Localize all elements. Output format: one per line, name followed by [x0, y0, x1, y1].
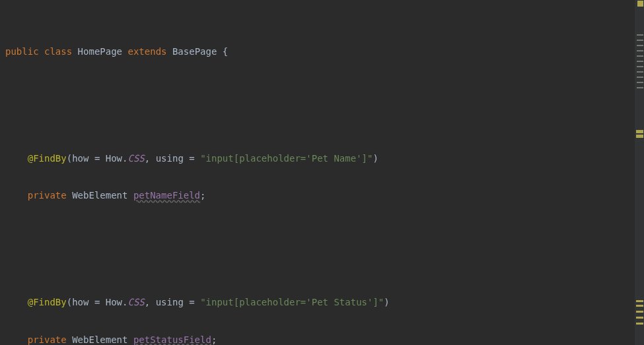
change-mark[interactable] — [637, 71, 643, 73]
warning-mark[interactable] — [636, 317, 643, 319]
change-mark[interactable] — [637, 61, 643, 62]
keyword-extends: extends — [127, 46, 166, 57]
warning-mark[interactable] — [636, 130, 643, 133]
warning-mark[interactable] — [636, 305, 643, 307]
field-petStatusField: petStatusField — [133, 334, 211, 345]
keyword-public: public — [5, 46, 39, 57]
change-mark[interactable] — [637, 34, 643, 36]
error-stripe[interactable] — [635, 0, 644, 345]
change-mark[interactable] — [637, 82, 643, 83]
warning-mark[interactable] — [636, 311, 643, 313]
analysis-indicator-icon[interactable] — [637, 1, 643, 7]
code-editor[interactable]: public class HomePage extends BasePage {… — [0, 0, 644, 345]
keyword-class: class — [44, 46, 72, 57]
code-line: public class HomePage extends BasePage { — [0, 44, 631, 60]
change-mark[interactable] — [637, 45, 643, 46]
warning-mark[interactable] — [636, 323, 643, 325]
change-mark[interactable] — [637, 40, 643, 41]
code-area[interactable]: public class HomePage extends BasePage {… — [0, 0, 631, 345]
field-petNameField: petNameField — [133, 190, 200, 201]
string-literal: "input[placeholder='Pet Name']" — [200, 153, 373, 164]
code-line-blank — [0, 235, 631, 252]
change-mark[interactable] — [637, 77, 643, 78]
base-class: BasePage — [172, 46, 217, 57]
enum-css: CSS — [128, 153, 145, 164]
code-line: private WebElement petNameField; — [0, 187, 631, 204]
code-line: private WebElement petStatusField; — [0, 332, 631, 346]
change-mark[interactable] — [637, 66, 643, 67]
annotation: @FindBy — [28, 153, 67, 164]
change-mark[interactable] — [637, 50, 643, 51]
code-line-blank — [0, 92, 631, 108]
class-name: HomePage — [78, 46, 122, 57]
warning-mark[interactable] — [636, 300, 643, 302]
brace-open: { — [223, 46, 228, 57]
warning-mark[interactable] — [636, 135, 643, 138]
code-line: @FindBy(how = How.CSS, using = "input[pl… — [0, 294, 631, 311]
change-mark[interactable] — [637, 55, 643, 57]
code-line: @FindBy(how = How.CSS, using = "input[pl… — [0, 150, 631, 167]
change-mark[interactable] — [637, 87, 643, 88]
